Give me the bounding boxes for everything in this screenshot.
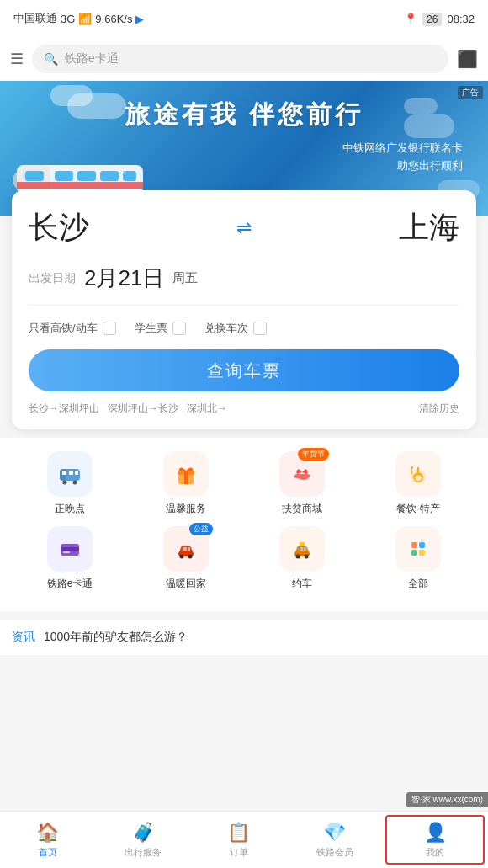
nav-travel-label: 出行服务 <box>125 846 162 859</box>
history-clear-button[interactable]: 清除历史 <box>419 402 459 416</box>
svg-rect-41 <box>411 550 417 556</box>
to-city[interactable]: 上海 <box>399 207 459 248</box>
svg-rect-24 <box>417 467 419 472</box>
all-icon-bg <box>395 526 441 572</box>
nav-home[interactable]: 🏠 首页 <box>0 812 96 868</box>
option-student: 学生票 <box>135 321 186 336</box>
cloud-2 <box>50 85 93 106</box>
gift-icon <box>172 461 199 487</box>
svg-rect-36 <box>300 547 303 551</box>
option-highspeed-label: 只看高铁/动车 <box>29 321 98 336</box>
svg-point-17 <box>63 481 67 485</box>
battery-label: 26 <box>422 13 442 25</box>
weekday-label: 周五 <box>172 270 198 286</box>
travel-icon: 🧳 <box>132 822 155 844</box>
svg-rect-5 <box>100 171 119 181</box>
time-label: 08:32 <box>447 13 475 25</box>
poverty-label: 扶贫商城 <box>282 502 322 516</box>
wifi-icon: 📶 <box>78 13 92 25</box>
history-item-2[interactable]: 深圳坪山→长沙 <box>108 402 178 416</box>
direction-icon: ▶ <box>135 13 144 25</box>
svg-rect-38 <box>300 542 305 546</box>
ecard-label: 铁路e卡通 <box>47 577 93 591</box>
nav-member[interactable]: 💎 铁路会员 <box>287 812 383 868</box>
svg-rect-42 <box>419 550 425 556</box>
svg-rect-39 <box>411 542 417 548</box>
main-card: 长沙 ⇌ 上海 出发日期 2月21日 周五 只看高铁/动车 学生票 兑换车次 查… <box>12 190 476 429</box>
svg-rect-14 <box>62 471 66 475</box>
banner-main-text: 旅途有我 伴您前行 <box>125 98 363 132</box>
svg-rect-27 <box>63 551 70 553</box>
warm-service-label: 温馨服务 <box>166 502 206 516</box>
ontime-label: 正晚点 <box>55 502 85 516</box>
status-left: 中国联通 3G 📶 9.66K/s ▶ <box>13 11 144 26</box>
option-exchange-label: 兑换车次 <box>204 321 248 336</box>
search-bar: ☰ 🔍 铁路e卡通 ⬛ <box>0 37 488 81</box>
banner-sub-text: 中铁网络广发银行联名卡 助您出行顺利 <box>342 140 463 175</box>
scan-icon[interactable]: ⬛ <box>457 49 478 69</box>
icon-food[interactable]: 餐饮·特产 <box>385 451 452 516</box>
ontime-icon-bg <box>47 451 93 497</box>
nav-travel[interactable]: 🧳 出行服务 <box>96 812 192 868</box>
bottom-nav: 🏠 首页 🧳 出行服务 📋 订单 💎 铁路会员 👤 我的 <box>0 811 488 868</box>
icon-ecard[interactable]: 铁路e卡通 <box>36 526 103 591</box>
carrier-label: 中国联通 <box>13 11 57 26</box>
history-item-3[interactable]: 深圳北→ <box>187 402 227 416</box>
history-item-1[interactable]: 长沙→深圳坪山 <box>29 402 99 416</box>
svg-rect-4 <box>77 171 96 181</box>
swap-button[interactable]: ⇌ <box>225 210 263 247</box>
icon-all[interactable]: 全部 <box>385 526 452 591</box>
orders-icon: 📋 <box>227 822 250 844</box>
option-highspeed: 只看高铁/动车 <box>29 321 116 336</box>
taxi-icon-svg <box>289 535 316 562</box>
history-row: 长沙→深圳坪山 深圳坪山→长沙 深圳北→ 清除历史 <box>29 402 459 416</box>
handshake-icon <box>289 461 316 487</box>
news-text[interactable]: 1000年前的驴友都怎么游？ <box>44 630 188 645</box>
ecard-icon-bg <box>47 526 93 572</box>
icons-row-1: 正晚点 温馨服务 扶贫商城 <box>12 451 476 516</box>
icon-warmhome[interactable]: 温暖回家 公益 <box>152 526 220 591</box>
warm-service-icon-bg <box>163 451 209 497</box>
icon-ontime[interactable]: 正晚点 <box>36 451 103 516</box>
svg-rect-21 <box>184 471 188 484</box>
nav-mine[interactable]: 👤 我的 <box>385 815 485 865</box>
search-icon: 🔍 <box>44 52 58 66</box>
cloud-3 <box>404 114 454 138</box>
member-icon: 💎 <box>323 822 346 844</box>
search-input-area[interactable]: 🔍 铁路e卡通 <box>32 45 448 73</box>
icons-section: 正晚点 温馨服务 扶贫商城 <box>0 438 488 611</box>
status-right: 📍 26 08:32 <box>404 13 475 25</box>
svg-rect-37 <box>304 547 306 551</box>
home-icon: 🏠 <box>36 822 59 844</box>
icons-row-2: 铁路e卡通 温暖回家 公益 <box>12 526 476 591</box>
svg-point-29 <box>180 555 184 559</box>
date-value[interactable]: 2月21日 <box>84 264 164 293</box>
taxi-icon-bg <box>279 526 325 572</box>
taxi-label: 约车 <box>292 577 312 591</box>
all-label: 全部 <box>408 577 428 591</box>
from-city[interactable]: 长沙 <box>29 207 89 248</box>
signal-label: 3G <box>61 13 75 25</box>
warmhome-label: 温暖回家 <box>166 577 206 591</box>
svg-point-30 <box>188 555 193 559</box>
search-placeholder: 铁路e卡通 <box>65 51 119 67</box>
svg-rect-2 <box>25 171 44 181</box>
option-student-label: 学生票 <box>135 321 167 336</box>
ecard-icon-svg <box>56 535 83 562</box>
poverty-badge: 年货节 <box>298 448 329 461</box>
food-icon-svg <box>405 461 432 487</box>
cloud-4 <box>404 98 438 114</box>
menu-icon: ☰ <box>10 50 24 68</box>
nav-member-label: 铁路会员 <box>316 846 353 859</box>
icon-taxi[interactable]: 约车 <box>268 526 336 591</box>
option-exchange-checkbox[interactable] <box>253 322 267 335</box>
nav-orders[interactable]: 📋 订单 <box>191 812 287 868</box>
news-bar: 资讯 1000年前的驴友都怎么游？ <box>0 620 488 655</box>
icon-warm-service[interactable]: 温馨服务 <box>152 451 220 516</box>
mine-icon: 👤 <box>424 822 447 844</box>
option-student-checkbox[interactable] <box>172 322 186 335</box>
svg-rect-3 <box>55 171 73 181</box>
query-button[interactable]: 查询车票 <box>29 349 459 391</box>
icon-poverty[interactable]: 扶贫商城 年货节 <box>268 451 336 516</box>
option-highspeed-checkbox[interactable] <box>103 322 116 335</box>
